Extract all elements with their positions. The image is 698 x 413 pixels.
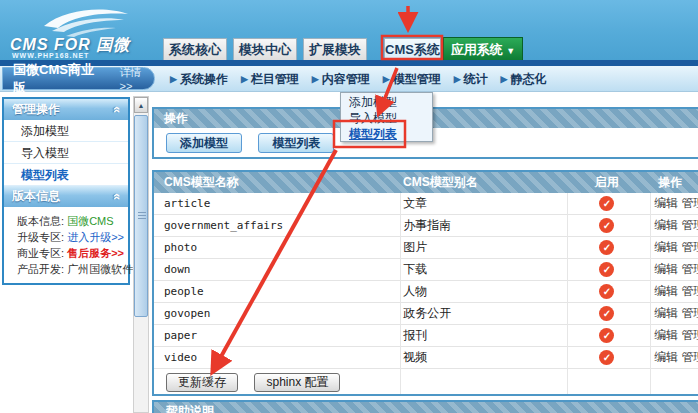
model-name: government_affairs	[154, 215, 399, 236]
table-row: people 人物 ✓ 编辑 管理	[154, 281, 698, 303]
menu-item-stats[interactable]: ▶统计	[454, 71, 488, 88]
edit-link[interactable]: 编辑	[654, 328, 678, 342]
table-row: photo 图片 ✓ 编辑 管理	[154, 237, 698, 259]
menu-item-system-ops[interactable]: ▶系统操作	[170, 71, 228, 88]
update-cache-button[interactable]: 更新缓存	[166, 373, 238, 392]
manage-link[interactable]: 管理	[682, 240, 698, 254]
manage-link[interactable]: 管理	[682, 328, 698, 342]
model-alias: 下载	[399, 259, 565, 280]
version-label: 升级专区:	[17, 231, 64, 243]
app-system-button[interactable]: 应用系统 ▼	[443, 37, 523, 61]
table-row: govopen 政务公开 ✓ 编辑 管理	[154, 303, 698, 325]
enabled-check-icon[interactable]: ✓	[599, 306, 614, 321]
table-column-divider	[400, 193, 401, 394]
model-name: down	[154, 259, 399, 280]
model-name: people	[154, 281, 399, 302]
model-alias: 文章	[399, 193, 565, 214]
menu-item-label: 静态化	[511, 71, 547, 88]
table-column-divider	[650, 193, 651, 394]
menu-item-content-manage[interactable]: ▶内容管理	[312, 71, 370, 88]
enabled-check-icon[interactable]: ✓	[599, 196, 614, 211]
tab-system-core[interactable]: 系统核心	[163, 38, 227, 60]
menu-item-column-manage[interactable]: ▶栏目管理	[241, 71, 299, 88]
edit-link[interactable]: 编辑	[654, 262, 678, 276]
menu-item-label: 栏目管理	[251, 71, 299, 88]
sphinx-config-button[interactable]: sphinx 配置	[254, 373, 340, 392]
menu-arrow-icon: ▶	[454, 74, 461, 84]
tab-module-center[interactable]: 模块中心	[233, 38, 297, 60]
enabled-check-icon[interactable]: ✓	[599, 350, 614, 365]
menu-arrow-icon: ▶	[312, 74, 319, 84]
col-header-operation: 操作	[648, 172, 698, 193]
dropdown-item-model-list[interactable]: 模型列表	[341, 126, 432, 142]
menu-arrow-icon: ▶	[241, 74, 248, 84]
sidebar-item-add-model[interactable]: 添加模型	[4, 120, 128, 142]
after-sales-link[interactable]: 售后服务>>	[67, 247, 124, 259]
table-row: paper 报刊 ✓ 编辑 管理	[154, 325, 698, 347]
model-alias: 人物	[399, 281, 565, 302]
edit-link[interactable]: 编辑	[654, 350, 678, 364]
menu-item-model-manage[interactable]: ▶模型管理	[383, 71, 441, 88]
model-alias: 政务公开	[399, 303, 565, 324]
menu-item-label: 内容管理	[322, 71, 370, 88]
version-info-body: 版本信息: 国微CMS 升级专区: 进入升级>> 商业专区: 售后服务>> 产品…	[4, 207, 128, 277]
logo: CMS FOR 国微 WWW.PHP168.NET	[8, 2, 158, 58]
version-row: 商业专区: 售后服务>>	[4, 245, 128, 261]
manage-link[interactable]: 管理	[682, 218, 698, 232]
model-list-button[interactable]: 模型列表	[258, 133, 334, 153]
sidebar-section-manage-header[interactable]: 管理操作 «	[4, 99, 128, 120]
scrollbar-thumb[interactable]	[134, 115, 148, 317]
col-header-model-alias: CMS模型别名	[399, 172, 565, 193]
col-header-model-name: CMS模型名称	[154, 172, 399, 193]
vertical-scrollbar[interactable]: ▲	[133, 96, 149, 413]
manage-link[interactable]: 管理	[682, 284, 698, 298]
table-row: video 视频 ✓ 编辑 管理	[154, 347, 698, 369]
sidebar-section-version-header[interactable]: 版本信息 «	[4, 186, 128, 207]
dropdown-item-import-model[interactable]: 导入模型	[341, 110, 432, 126]
edit-link[interactable]: 编辑	[654, 306, 678, 320]
enabled-check-icon[interactable]: ✓	[599, 262, 614, 277]
edit-link[interactable]: 编辑	[654, 218, 678, 232]
tab-extend-module[interactable]: 扩展模块	[303, 38, 367, 60]
top-bar: CMS FOR 国微 WWW.PHP168.NET 系统核心 模块中心 扩展模块…	[0, 0, 698, 60]
version-label: 版本信息:	[17, 215, 64, 227]
upgrade-link[interactable]: 进入升级>>	[67, 231, 124, 243]
edit-link[interactable]: 编辑	[654, 196, 678, 210]
add-model-button[interactable]: 添加模型	[166, 133, 242, 153]
collapse-chevron-icon: «	[106, 193, 127, 200]
model-alias: 办事指南	[399, 215, 565, 236]
enabled-check-icon[interactable]: ✓	[599, 328, 614, 343]
version-value: 国微CMS	[67, 215, 113, 227]
version-value: 广州国微软件	[67, 263, 133, 275]
scroll-up-button[interactable]: ▲	[134, 97, 148, 113]
sidebar-section-version-title: 版本信息	[12, 186, 60, 207]
detail-link[interactable]: 详情>>	[120, 65, 154, 92]
top-menu: ▶系统操作 ▶栏目管理 ▶内容管理 ▶模型管理 ▶统计 ▶静态化	[170, 66, 547, 92]
menu-arrow-icon: ▶	[501, 74, 508, 84]
manage-link[interactable]: 管理	[682, 350, 698, 364]
enabled-check-icon[interactable]: ✓	[599, 240, 614, 255]
version-label: 商业专区:	[17, 247, 64, 259]
table-row: government_affairs 办事指南 ✓ 编辑 管理	[154, 215, 698, 237]
collapse-chevron-icon: «	[106, 106, 127, 113]
sidebar-item-import-model[interactable]: 导入模型	[4, 142, 128, 164]
table-column-divider	[567, 193, 568, 394]
scrollbar-grip	[138, 212, 146, 220]
edit-link[interactable]: 编辑	[654, 240, 678, 254]
help-panel-title: 帮助说明	[154, 402, 698, 413]
enabled-check-icon[interactable]: ✓	[599, 284, 614, 299]
help-panel: 帮助说明	[152, 400, 698, 413]
menu-item-static[interactable]: ▶静态化	[501, 71, 547, 88]
manage-link[interactable]: 管理	[682, 306, 698, 320]
manage-link[interactable]: 管理	[682, 196, 698, 210]
manage-link[interactable]: 管理	[682, 262, 698, 276]
dropdown-item-add-model[interactable]: 添加模型	[341, 94, 432, 110]
version-row: 版本信息: 国微CMS	[4, 213, 128, 229]
enabled-check-icon[interactable]: ✓	[599, 218, 614, 233]
sidebar-item-model-list[interactable]: 模型列表	[4, 164, 128, 186]
tab-cms-system[interactable]: CMS系统	[384, 38, 441, 60]
model-name: video	[154, 347, 399, 368]
model-name: paper	[154, 325, 399, 346]
menu-item-label: 系统操作	[180, 71, 228, 88]
edit-link[interactable]: 编辑	[654, 284, 678, 298]
